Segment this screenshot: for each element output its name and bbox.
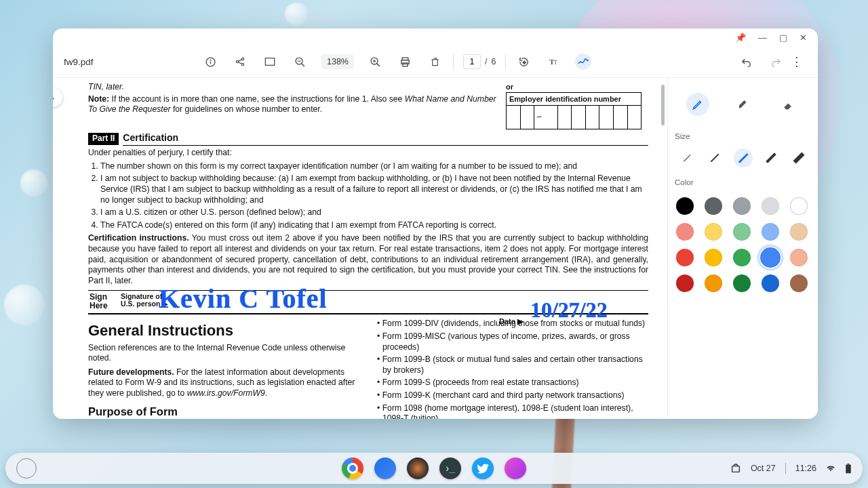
color-swatch[interactable] [733, 223, 751, 241]
undo-icon[interactable] [738, 54, 754, 70]
color-swatch[interactable] [733, 249, 751, 266]
pdf-page: TIN, later. Note: If the account is in m… [53, 78, 667, 419]
color-swatch[interactable] [705, 197, 722, 215]
color-swatch[interactable] [790, 274, 808, 292]
svg-line-10 [301, 63, 304, 66]
wallpaper-droplet [4, 285, 45, 325]
zoom-level[interactable]: 138% [321, 54, 354, 69]
size-options [675, 148, 811, 167]
highlighter-tool[interactable] [732, 93, 755, 116]
redo-icon[interactable] [768, 54, 784, 70]
size-xs[interactable] [677, 148, 696, 167]
part-tag: Part II [88, 133, 119, 144]
color-swatch[interactable] [676, 274, 694, 292]
size-label: Size [675, 132, 811, 140]
toolbar-separator [505, 54, 506, 69]
zoom-in-icon[interactable] [368, 54, 384, 70]
part-title: Certification [123, 132, 648, 146]
annotate-panel: Size Color [667, 78, 818, 419]
color-swatch[interactable] [762, 197, 779, 215]
ein-label: Employer identification number [507, 93, 641, 106]
doc-text: Note: [88, 94, 109, 104]
svg-text:T: T [554, 60, 557, 66]
svg-rect-24 [848, 464, 850, 465]
doc-text: Certification instructions. [88, 233, 189, 243]
color-swatch[interactable] [733, 197, 751, 215]
color-swatch[interactable] [705, 249, 722, 266]
share-icon[interactable] [232, 54, 248, 70]
list-item: I am a U.S. citizen or other U.S. person… [100, 207, 648, 218]
minimize-button[interactable]: — [758, 33, 767, 42]
delete-icon[interactable] [427, 54, 443, 70]
vertical-scrollbar[interactable] [659, 78, 666, 419]
list-item: Form 1099-MISC (various types of income,… [377, 331, 648, 352]
more-menu-icon[interactable]: ⋮ [787, 54, 807, 69]
color-swatch[interactable] [790, 197, 808, 215]
color-swatches [675, 195, 811, 295]
size-lg[interactable] [762, 148, 781, 167]
svg-rect-23 [846, 464, 851, 473]
pdf-toolbar: fw9.pdf 138% / 6 TT [53, 46, 818, 77]
content-area: TIN, later. Note: If the account is in m… [53, 77, 818, 419]
heading-general-instructions: General Instructions [88, 321, 359, 340]
list-item: Form 1099-S (proceeds from real estate t… [377, 378, 648, 388]
svg-line-7 [238, 62, 241, 64]
doc-text: Section references are to the Internal R… [88, 343, 359, 364]
fit-page-icon[interactable] [262, 54, 278, 70]
eraser-tool[interactable] [777, 93, 800, 116]
app-icon[interactable] [505, 458, 526, 479]
rotate-icon[interactable] [515, 54, 532, 70]
list-item: Form 1098 (home mortgage interest), 1098… [377, 403, 648, 419]
page-number-input[interactable] [463, 54, 481, 69]
document-pane[interactable]: TIN, later. Note: If the account is in m… [53, 78, 667, 419]
svg-line-13 [377, 63, 380, 66]
color-swatch[interactable] [705, 223, 722, 241]
zoom-out-icon[interactable] [292, 54, 308, 70]
color-swatch[interactable] [676, 197, 694, 215]
page-indicator: / 6 [463, 54, 496, 69]
list-item: Form 1099-K (merchant card and third par… [377, 390, 648, 401]
color-swatch[interactable] [733, 274, 751, 292]
files-icon[interactable] [374, 458, 396, 479]
shelf: ›_ Oct 27 11:26 [5, 453, 863, 484]
color-swatch[interactable] [676, 223, 694, 241]
toolbar-separator [453, 54, 454, 69]
pen-tool[interactable] [686, 93, 709, 116]
doc-text: . [265, 388, 267, 398]
color-swatch[interactable] [790, 249, 808, 266]
size-sm[interactable] [705, 148, 724, 167]
size-md[interactable] [734, 148, 753, 167]
wifi-icon [826, 464, 835, 472]
twitter-icon[interactable] [472, 458, 494, 479]
doc-text: Future developments. [88, 367, 174, 377]
launcher-button[interactable] [16, 458, 37, 479]
print-icon[interactable] [397, 54, 414, 70]
size-xl[interactable] [789, 148, 808, 167]
handwritten-signature: Kevin C Tofel [159, 281, 328, 316]
list-item: The number shown on this form is my corr… [100, 161, 648, 172]
color-swatch[interactable] [676, 249, 694, 266]
color-label: Color [675, 178, 811, 186]
maximize-button[interactable]: ▢ [779, 33, 787, 42]
status-date: Oct 27 [751, 464, 776, 473]
list-item: I am not subject to backup withholding b… [100, 174, 648, 205]
list-item: Form 1099-DIV (dividends, including thos… [377, 319, 648, 329]
wallpaper-droplet [20, 169, 47, 197]
text-tool-icon[interactable]: TT [545, 54, 561, 70]
app-icon[interactable] [407, 458, 429, 479]
status-area[interactable]: Oct 27 11:26 [730, 463, 852, 474]
close-button[interactable]: ✕ [800, 33, 807, 42]
color-swatch[interactable] [760, 247, 781, 268]
chrome-icon[interactable] [342, 458, 363, 479]
info-icon[interactable] [202, 54, 218, 70]
color-swatch[interactable] [790, 223, 808, 241]
doc-text: Under penalties of perjury, I certify th… [88, 148, 648, 159]
color-swatch[interactable] [705, 274, 722, 292]
terminal-icon[interactable]: ›_ [439, 458, 461, 479]
color-swatch[interactable] [762, 223, 779, 241]
draw-tool-icon[interactable] [575, 54, 591, 70]
pin-button[interactable]: 📌 [735, 33, 746, 42]
desktop-background: › 📌 — ▢ ✕ fw9.pdf 138% [0, 0, 868, 488]
color-swatch[interactable] [762, 274, 779, 292]
list-item: Form 1099-B (stock or mutual fund sales … [377, 354, 648, 375]
